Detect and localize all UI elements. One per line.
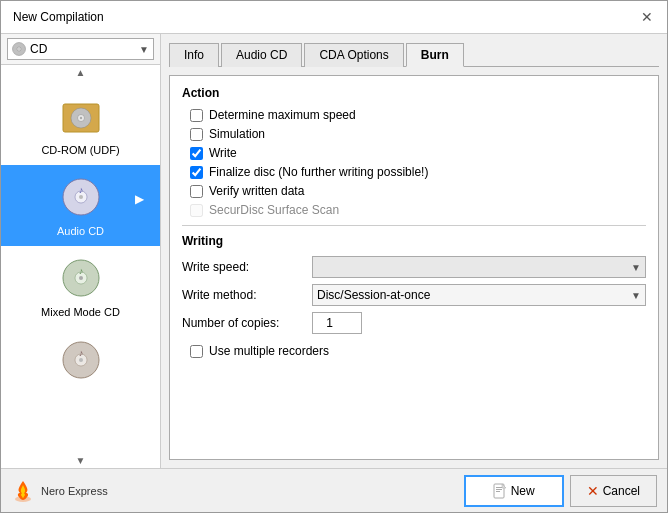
verify-written-data-checkbox[interactable] bbox=[190, 185, 203, 198]
bottom-bar: Nero Express New ✕ Cancel bbox=[1, 468, 667, 512]
tab-cda-options[interactable]: CDA Options bbox=[304, 43, 403, 67]
dropdown-value: CD bbox=[30, 42, 47, 56]
securedisc-surface-scan-label: SecurDisc Surface Scan bbox=[209, 203, 339, 217]
close-button[interactable]: ✕ bbox=[639, 9, 655, 25]
cd-small-icon bbox=[12, 42, 26, 56]
content-area: CD ▼ ▲ bbox=[1, 34, 667, 468]
cancel-icon: ✕ bbox=[587, 483, 599, 499]
svg-point-2 bbox=[18, 48, 20, 50]
checkbox-use-multiple-recorders: Use multiple recorders bbox=[190, 344, 646, 358]
right-panel: Info Audio CD CDA Options Burn Action bbox=[161, 34, 667, 468]
scroll-down-arrow[interactable]: ▼ bbox=[1, 453, 160, 468]
use-multiple-recorders-checkbox[interactable] bbox=[190, 345, 203, 358]
number-of-copies-input[interactable] bbox=[312, 312, 362, 334]
svg-point-17 bbox=[79, 358, 83, 362]
checkbox-verify-written-data: Verify written data bbox=[190, 184, 646, 198]
write-method-arrow-icon: ▼ bbox=[631, 290, 641, 301]
number-of-copies-row: Number of copies: bbox=[182, 312, 646, 334]
active-arrow-icon: ▶ bbox=[135, 192, 152, 206]
checkbox-determine-max-speed: Determine maximum speed bbox=[190, 108, 646, 122]
svg-text:♪: ♪ bbox=[78, 185, 83, 195]
simulation-label: Simulation bbox=[209, 127, 265, 141]
tab-burn[interactable]: Burn bbox=[406, 43, 464, 67]
brand-label: Nero Express bbox=[11, 479, 108, 503]
verify-written-data-label: Verify written data bbox=[209, 184, 304, 198]
action-section-title: Action bbox=[182, 86, 646, 100]
new-button-label: New bbox=[511, 484, 535, 498]
write-label: Write bbox=[209, 146, 237, 160]
checkbox-finalize-disc: Finalize disc (No further writing possib… bbox=[190, 165, 646, 179]
svg-rect-21 bbox=[496, 487, 502, 488]
writing-section: Write speed: ▼ Write method: Disc/Sessio… bbox=[182, 256, 646, 334]
tab-info[interactable]: Info bbox=[169, 43, 219, 67]
determine-max-speed-checkbox[interactable] bbox=[190, 109, 203, 122]
svg-rect-22 bbox=[496, 489, 502, 490]
title-bar: New Compilation ✕ bbox=[1, 1, 667, 34]
mixed-mode-cd-label: Mixed Mode CD bbox=[41, 306, 120, 319]
write-checkbox[interactable] bbox=[190, 147, 203, 160]
writing-section-title: Writing bbox=[182, 234, 646, 248]
tabs-bar: Info Audio CD CDA Options Burn bbox=[169, 42, 659, 67]
btn-group: New ✕ Cancel bbox=[464, 475, 657, 507]
checkbox-simulation: Simulation bbox=[190, 127, 646, 141]
checkbox-securedisc-surface-scan: SecurDisc Surface Scan bbox=[190, 203, 646, 217]
list-item-audio-cd[interactable]: ♪ ▶ Audio CD bbox=[1, 165, 160, 246]
burn-tab-content: Action Determine maximum speed Simulatio… bbox=[169, 75, 659, 460]
write-method-label: Write method: bbox=[182, 288, 312, 302]
cdrom-udf-label: CD-ROM (UDF) bbox=[41, 144, 119, 157]
svg-rect-23 bbox=[496, 491, 500, 492]
checkbox-write: Write bbox=[190, 146, 646, 160]
svg-point-6 bbox=[79, 117, 81, 119]
items-list: CD-ROM (UDF) ♪ ▶ bbox=[1, 80, 160, 453]
cd-type-dropdown[interactable]: CD ▼ bbox=[7, 38, 154, 60]
cancel-button[interactable]: ✕ Cancel bbox=[570, 475, 657, 507]
use-multiple-recorders-label: Use multiple recorders bbox=[209, 344, 329, 358]
svg-text:♪: ♪ bbox=[78, 348, 83, 358]
left-panel: CD ▼ ▲ bbox=[1, 34, 161, 468]
finalize-disc-label: Finalize disc (No further writing possib… bbox=[209, 165, 428, 179]
list-item-cdrom-udf[interactable]: CD-ROM (UDF) bbox=[1, 84, 160, 165]
main-window: New Compilation ✕ CD ▼ bbox=[0, 0, 668, 513]
determine-max-speed-label: Determine maximum speed bbox=[209, 108, 356, 122]
item4-icon: ♪ bbox=[57, 336, 105, 384]
number-of-copies-label: Number of copies: bbox=[182, 316, 312, 330]
svg-point-13 bbox=[79, 276, 83, 280]
list-item-mixed-mode-cd[interactable]: ♪ Mixed Mode CD bbox=[1, 246, 160, 327]
audio-cd-label: Audio CD bbox=[57, 225, 104, 238]
window-title: New Compilation bbox=[13, 10, 104, 24]
audio-cd-icon: ♪ bbox=[57, 173, 105, 221]
cdrom-udf-icon bbox=[57, 92, 105, 140]
write-speed-row: Write speed: ▼ bbox=[182, 256, 646, 278]
svg-point-9 bbox=[79, 195, 83, 199]
write-method-value: Disc/Session-at-once bbox=[317, 288, 430, 302]
write-method-row: Write method: Disc/Session-at-once ▼ bbox=[182, 284, 646, 306]
write-speed-select[interactable]: ▼ bbox=[312, 256, 646, 278]
dropdown-bar: CD ▼ bbox=[1, 34, 160, 65]
list-item-4[interactable]: ♪ bbox=[1, 328, 160, 396]
finalize-disc-checkbox[interactable] bbox=[190, 166, 203, 179]
securedisc-surface-scan-checkbox bbox=[190, 204, 203, 217]
scroll-up-arrow[interactable]: ▲ bbox=[1, 65, 160, 80]
tab-audio-cd[interactable]: Audio CD bbox=[221, 43, 302, 67]
svg-text:♪: ♪ bbox=[78, 266, 83, 276]
mixed-mode-cd-icon: ♪ bbox=[57, 254, 105, 302]
cancel-button-label: Cancel bbox=[603, 484, 640, 498]
new-button[interactable]: New bbox=[464, 475, 564, 507]
nero-icon bbox=[11, 479, 35, 503]
write-method-select[interactable]: Disc/Session-at-once ▼ bbox=[312, 284, 646, 306]
brand-text: Nero Express bbox=[41, 485, 108, 497]
write-speed-label: Write speed: bbox=[182, 260, 312, 274]
simulation-checkbox[interactable] bbox=[190, 128, 203, 141]
write-speed-arrow-icon: ▼ bbox=[631, 262, 641, 273]
divider bbox=[182, 225, 646, 226]
dropdown-arrow-icon: ▼ bbox=[139, 44, 149, 55]
new-document-icon bbox=[493, 483, 507, 499]
